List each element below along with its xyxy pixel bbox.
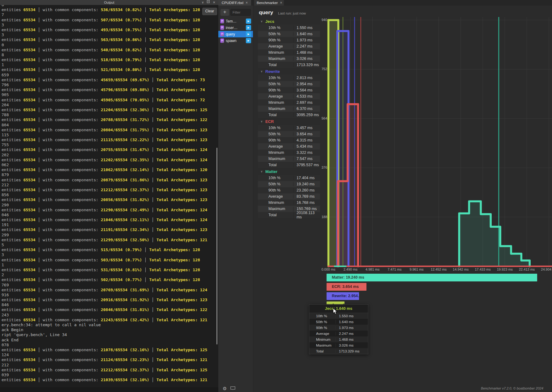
stat-label: 10th % xyxy=(258,26,293,30)
docs-book-icon[interactable] xyxy=(230,386,235,391)
benchmark-item-spawn[interactable]: spawn▶ xyxy=(218,37,253,44)
script-icon xyxy=(220,32,224,36)
stat-label: 10th % xyxy=(258,126,293,130)
benchmark-item-tem[interactable]: Tem…▶ xyxy=(218,18,253,24)
tab-cpudiff-rbxl[interactable]: CPUDIFF.rbxl× xyxy=(218,0,251,6)
output-log-line: entities 65534 │ with common components:… xyxy=(2,377,215,382)
benchmark-item-label: query xyxy=(226,32,235,36)
stat-row: Average83.769 ms xyxy=(258,193,320,200)
output-log-line: entities 65534 │ with common components:… xyxy=(2,307,215,312)
stat-value: 16.768 ms xyxy=(293,200,320,205)
stat-label: 90th % xyxy=(258,138,293,142)
stat-label: Total xyxy=(258,213,293,217)
tab-benchmarker-label: Benchmarker xyxy=(257,1,278,5)
stat-row: Average5.434 ms xyxy=(258,143,320,150)
section-header-ecr[interactable]: ∨ECR xyxy=(258,118,320,125)
tab-benchmarker[interactable]: Benchmarker× xyxy=(254,0,284,6)
stat-value: 3.654 ms xyxy=(293,132,320,136)
stat-value: 4.315 ms xyxy=(293,138,320,142)
stat-row: Average2.247 ms xyxy=(258,43,320,49)
output-log-line: entities 65534 │ with common components:… xyxy=(2,217,215,222)
output-wrap-line: 290 xyxy=(2,203,215,208)
output-log-line: entities 65534 │ with common components:… xyxy=(2,158,215,162)
stat-row: Maximum6.370 ms xyxy=(258,106,320,112)
stat-row: Total3795.537 ms xyxy=(258,162,320,168)
output-log-line: entities 65534 │ with common components:… xyxy=(2,87,215,92)
output-wrap-line: 191 xyxy=(2,222,215,227)
output-scrollbar[interactable] xyxy=(216,148,217,344)
stat-row: 90th %23.260 ms xyxy=(258,187,320,193)
output-log: 6entities 65534 │ with common components… xyxy=(2,2,215,387)
tooltip-stat-value: 2.247 ms xyxy=(336,332,368,335)
stat-row: Total20108.113 ms xyxy=(258,212,320,218)
x-axis-tick: 14.942 ms xyxy=(451,268,471,271)
chevron-down-icon[interactable]: ∨ xyxy=(258,20,265,23)
output-wrap-line: 3 xyxy=(2,32,215,37)
stat-label: Maximum xyxy=(258,207,293,211)
script-icon xyxy=(220,38,224,43)
output-wrap-line: 3 xyxy=(2,23,215,27)
clear-button[interactable]: Clear xyxy=(202,8,217,15)
chevron-down-icon[interactable]: ∨ xyxy=(258,120,265,123)
stat-row: Minimum16.768 ms xyxy=(258,200,320,206)
collapse-chevron-icon[interactable]: ∨ xyxy=(202,0,204,5)
output-error-line: ript 'query.bench', Line 34 xyxy=(2,332,215,337)
last-run-status: Last run: just now xyxy=(278,11,306,15)
run-benchmark-button[interactable]: ▶ xyxy=(246,25,251,30)
stat-value: 23.260 ms xyxy=(293,188,320,192)
benchmark-histogram-chart xyxy=(322,15,552,272)
output-wrap-line: 879 xyxy=(2,172,215,177)
y-axis-tick: 376 xyxy=(312,166,327,169)
stat-label: Maximum xyxy=(258,57,293,61)
section-header-jecs[interactable]: ∨Jecs xyxy=(258,18,320,25)
benchmark-item-query[interactable]: query▶ xyxy=(218,31,253,37)
run-benchmark-button[interactable]: ▶ xyxy=(246,38,251,43)
legend-bar-ecr[interactable]: ECR: 3.654 ms xyxy=(327,283,366,291)
chevron-down-icon[interactable]: ∨ xyxy=(258,170,265,173)
filter-input[interactable] xyxy=(230,9,251,16)
tooltip-title: Jecs: 1.640 ms xyxy=(309,305,368,313)
output-log-line: entities 65534 │ with common components:… xyxy=(2,288,215,293)
benchmark-item-inser[interactable]: inser…▶ xyxy=(218,24,253,31)
output-log-line: entities 65534 │ with common components:… xyxy=(2,178,215,183)
output-wrap-line: 788 xyxy=(2,112,215,117)
tooltip-stat-label: Average xyxy=(309,332,336,335)
add-benchmark-button[interactable]: + xyxy=(220,9,229,16)
stat-label: Total xyxy=(258,163,293,167)
output-log-line: entities 65534 │ with common components:… xyxy=(2,208,215,213)
stat-value: 1713.329 ms xyxy=(293,63,320,67)
stat-row: 90th %4.315 ms xyxy=(258,137,320,143)
output-log-line: entities 65534 │ with common components:… xyxy=(2,78,215,82)
tooltip-stat-value: 1.973 ms xyxy=(336,326,368,330)
output-wrap-line: 769 xyxy=(2,283,215,288)
section-header-matter[interactable]: ∨Matter xyxy=(258,168,320,175)
output-log-line: entities 65534 │ with common components:… xyxy=(2,227,215,232)
stat-label: Minimum xyxy=(258,150,293,155)
run-benchmark-button[interactable]: ▶ xyxy=(246,19,251,24)
benchmark-item-label: inser… xyxy=(226,26,237,30)
section-header-rewrite[interactable]: ∨Rewrite xyxy=(258,68,320,75)
stat-row: 50th %19.240 ms xyxy=(258,181,320,187)
legend-bar-matter[interactable]: Matter: 19.240 ms xyxy=(327,274,537,281)
restore-window-icon[interactable] xyxy=(207,0,210,5)
output-panel-title: Output xyxy=(104,1,114,4)
legend-bar-rewrite[interactable]: Rewrite: 2.954… xyxy=(327,292,359,300)
stat-row: Maximum3.026 ms xyxy=(258,56,320,62)
output-error-line: ack Begin xyxy=(2,327,215,332)
output-wrap-line: 046 xyxy=(2,213,215,217)
run-benchmark-button[interactable]: ▶ xyxy=(246,32,251,37)
tab-close-icon[interactable]: × xyxy=(280,1,282,5)
close-icon[interactable]: × xyxy=(213,0,215,5)
output-log-line: entities 65534 │ with common components:… xyxy=(2,258,215,263)
output-wrap-line: 204 xyxy=(2,103,215,107)
chevron-down-icon[interactable]: ∨ xyxy=(258,70,265,73)
benchmark-list: Tem…▶inser…▶query▶spawn▶ xyxy=(218,18,253,44)
output-log-line: entities 65534 │ with common components:… xyxy=(2,268,215,272)
stat-row: 10th %2.813 ms xyxy=(258,75,320,81)
output-wrap-line: 039 xyxy=(2,373,215,377)
stat-label: 50th % xyxy=(258,82,293,86)
tab-close-icon[interactable]: × xyxy=(246,1,248,5)
output-wrap-line: 755 xyxy=(2,142,215,147)
settings-gear-icon[interactable]: ⚙ xyxy=(223,386,227,391)
benchmark-item-label: Tem… xyxy=(226,19,237,23)
